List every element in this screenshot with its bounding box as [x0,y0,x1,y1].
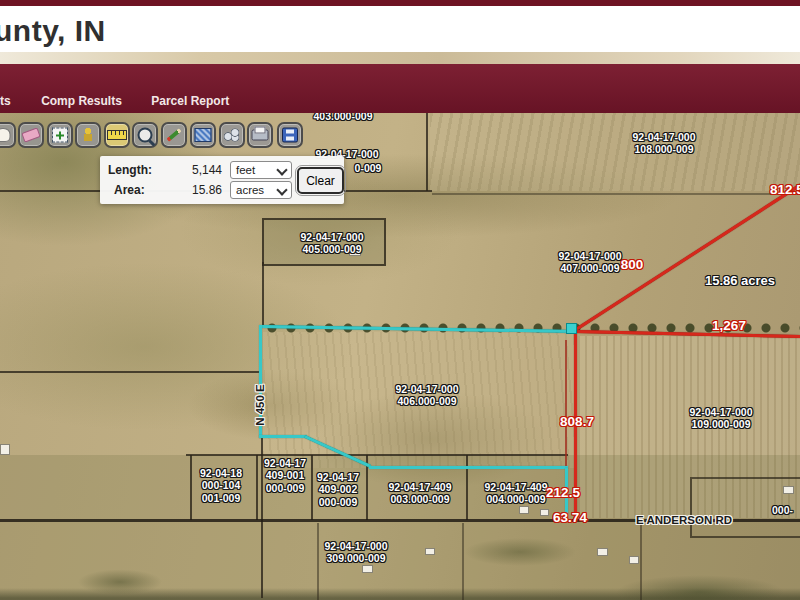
length-unit-select[interactable]: feet [230,161,292,179]
length-unit-value: feet [236,164,255,176]
length-value: 5,144 [172,163,222,177]
ruler-icon [107,130,127,140]
parcel-label-409-003: 92-04-17-409003.000-009 [388,481,451,506]
overview-map-tool-button[interactable] [190,122,216,148]
road-label-e-anderson-rd: E ANDERSON RD [636,514,732,528]
parcel-label-407-000-009: 92-04-17-000407.000-009 [558,250,621,275]
eraser-icon [21,127,40,142]
header-divider-strip [0,52,800,64]
road-label-n-450-e: N 450 E [254,384,268,426]
hand-icon [0,128,11,142]
measure-tool-button[interactable] [104,122,130,148]
map-viewport[interactable]: 403.000-00992-04-17-000108.000-00992-04-… [0,113,800,600]
clear-button[interactable]: Clear [297,167,344,194]
area-label-15-86-acres: 15.86 acres [705,273,775,288]
nav-item-results-partial[interactable]: ts [0,94,11,108]
parcel-label-405-000-009: 92-04-17-000405.000-009 [300,231,363,256]
measure-label-812-5: 812.5 [770,182,800,198]
chevron-down-icon [276,184,287,195]
measurement-panel: Length: 5,144 feet Area: 15.86 acres Cle… [100,156,344,204]
chevron-down-icon [276,164,287,175]
parcel-label-403-000-009: 403.000-009 [314,113,373,122]
length-label: Length: [108,163,152,177]
printer-icon [252,130,269,141]
parcel-label-109-000-009: 92-04-17-000109.000-009 [689,406,752,431]
eraser-tool-button[interactable] [18,122,44,148]
measure-label-63-74: 63.74 [553,510,587,526]
measure-label-212-5: 212.5 [546,485,580,501]
nav-item-parcel-report[interactable]: Parcel Report [151,94,229,108]
draw-tool-button[interactable] [161,122,187,148]
pan-tool-button[interactable] [0,122,16,148]
person-icon [82,128,94,142]
parcel-label-92-04-18-000-104: 92-04-18000-104001-009 [200,467,242,504]
area-label: Area: [114,183,145,197]
pencil-icon [167,128,182,141]
area-value: 15.86 [172,183,222,197]
parcel-label-409-004: 92-04-17-409004.000-009 [484,481,547,506]
parcel-label-108-000-009: 92-04-17-000108.000-009 [632,131,695,156]
zoom-tool-button[interactable] [132,122,158,148]
magnifier-icon [138,128,153,143]
parcel-label-409-002: 92-04-17409-002000-009 [317,471,359,508]
main-navbar: ts Comp Results Parcel Report [0,64,800,113]
select-area-tool-button[interactable] [47,122,73,148]
print-tool-button[interactable] [247,122,273,148]
page-title: unty, IN [0,14,106,48]
measure-label-800: 800 [621,257,644,273]
area-unit-select[interactable]: acres [230,181,292,199]
area-unit-value: acres [236,184,264,196]
identify-tool-button[interactable] [75,122,101,148]
select-plus-icon [52,128,68,143]
site-header: unty, IN [0,6,800,52]
parcel-label-309-000-009: 92-04-17-000309.000-009 [324,540,387,565]
floppy-icon [282,128,298,143]
bubbles-icon [224,129,240,142]
parcel-label-404-line2: 0-009 [355,162,382,174]
parcel-label-partial-000: 000- [772,504,793,516]
parcel-label-406-000-009: 92-04-17-000406.000-009 [395,383,458,408]
cluster-tool-button[interactable] [219,122,245,148]
map-icon [195,128,212,142]
parcel-label-409-001: 92-04-17409-001000-009 [264,457,306,494]
measure-label-1267: 1,267 [712,318,746,334]
nav-item-comp-results[interactable]: Comp Results [41,94,122,108]
save-tool-button[interactable] [277,122,303,148]
measure-label-808-7: 808.7 [560,414,594,430]
